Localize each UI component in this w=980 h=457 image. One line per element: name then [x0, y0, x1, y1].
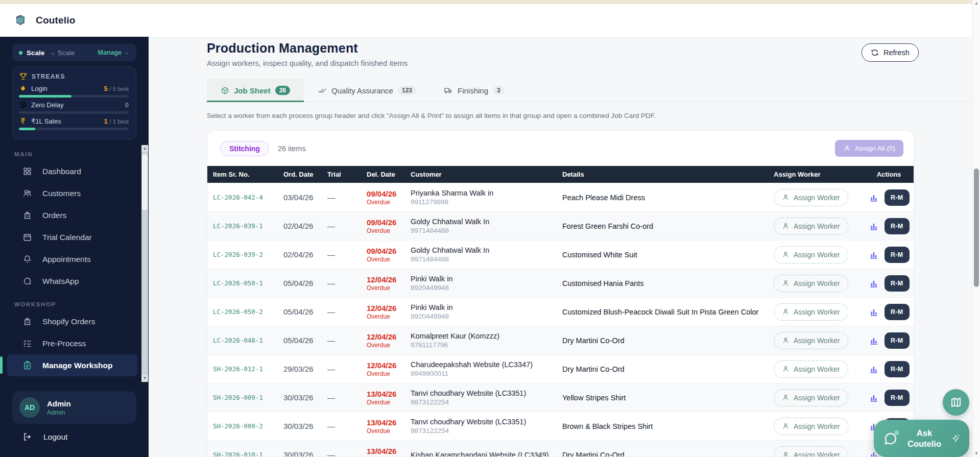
trial-value: —: [322, 393, 361, 402]
nav-section-label: WORKSHOP: [14, 301, 141, 307]
tab-job-sheet[interactable]: Job Sheet 26: [207, 79, 304, 102]
bar-chart-icon[interactable]: [869, 335, 879, 346]
customer-cell: Pinki Walk in 8920449948: [405, 275, 557, 292]
assign-worker-button[interactable]: Assign Worker: [774, 218, 848, 235]
grid-icon: [22, 166, 32, 176]
assign-worker-button[interactable]: Assign Worker: [774, 360, 848, 378]
trial-value: —: [322, 250, 361, 259]
assign-worker-button[interactable]: Assign Worker: [774, 389, 848, 406]
actions-cell: R-M: [863, 189, 914, 206]
sidebar-item-label: WhatsApp: [42, 277, 79, 286]
table-row: LC-2026-050-1 05/04/26 — 12/04/26 Overdu…: [207, 269, 914, 297]
sidebar-item-orders[interactable]: Orders: [0, 204, 141, 226]
page-scroll-down-icon[interactable]: ▼: [973, 451, 980, 456]
bar-chart-icon[interactable]: [869, 393, 879, 403]
order-date: 05/04/26: [278, 307, 322, 316]
rm-button[interactable]: R-M: [885, 247, 910, 263]
sidebar-item-trial-calendar[interactable]: Trial Calendar: [0, 226, 141, 248]
page-scrollbar[interactable]: ▲ ▼: [972, 0, 980, 457]
user-name: Admin: [47, 399, 71, 408]
bell-icon: [22, 254, 32, 264]
sidebar-scrollbar[interactable]: ▲ ▼: [141, 145, 148, 382]
sidebar-item-customers[interactable]: Customers: [0, 182, 141, 204]
scroll-up-arrow-icon[interactable]: ▲: [141, 145, 148, 152]
rm-button[interactable]: R-M: [885, 189, 910, 206]
table-row: LC-2026-039-1 02/04/26 — 09/04/26 Overdu…: [207, 211, 914, 240]
bar-chart-icon[interactable]: [869, 221, 879, 231]
order-date: 02/04/26: [278, 250, 322, 259]
bar-chart-icon[interactable]: [869, 278, 879, 288]
overdue-badge: Overdue: [367, 256, 405, 263]
customer-name: Komalpreet Kaur (Komzzz): [411, 332, 557, 340]
table-body: LC-2026-042-4 03/04/26 — 09/04/26 Overdu…: [207, 183, 914, 457]
plan-manage-link[interactable]: Manage →: [98, 49, 130, 56]
streaks-card: STREAKS Login 5 / 5 best Zero Delay 0 ₹1…: [12, 66, 136, 139]
sidebar-item-pre-process[interactable]: Pre-Process: [0, 332, 141, 354]
customer-name: Pinki Walk in: [411, 275, 557, 283]
scroll-down-arrow-icon[interactable]: ▼: [141, 375, 148, 382]
rm-button[interactable]: R-M: [885, 218, 910, 234]
page-scroll-up-icon[interactable]: ▲: [973, 1, 980, 6]
rm-button[interactable]: R-M: [885, 275, 910, 292]
user-role: Admin: [47, 409, 71, 416]
column-header: Assign Worker: [768, 171, 863, 178]
customer-cell: Goldy Chhatwal Walk In 9971484488: [405, 246, 557, 263]
item-details: Brown & Black Stripes Shirt: [557, 422, 768, 430]
rm-button[interactable]: R-M: [885, 332, 910, 349]
delivery-date: 12/04/26 Overdue: [361, 275, 405, 292]
assign-worker-button[interactable]: Assign Worker: [774, 418, 848, 435]
tab-quality-assurance[interactable]: Quality Assurance 123: [304, 79, 430, 102]
bar-chart-icon[interactable]: [869, 250, 879, 260]
streak-progress-bar: [19, 111, 129, 114]
sidebar-item-shopify-orders[interactable]: Shopify Orders: [0, 310, 141, 332]
assign-worker-button[interactable]: Assign Worker: [774, 189, 848, 206]
sidebar-scrollbar-thumb[interactable]: [142, 154, 148, 210]
table-header: Item Sr. No.Ord. DateTrialDel. DateCusto…: [207, 166, 914, 183]
ask-coutelio-button[interactable]: AskCoutelio: [874, 420, 969, 457]
streak-label: ₹1L Sales: [31, 117, 61, 125]
tab-label: Quality Assurance: [331, 86, 393, 95]
map-fab-button[interactable]: [943, 389, 969, 416]
refresh-button[interactable]: Refresh: [862, 43, 919, 62]
person-icon: [782, 451, 790, 457]
bar-chart-icon[interactable]: [869, 193, 879, 203]
assign-worker-button[interactable]: Assign Worker: [774, 332, 848, 349]
streak-item: ₹1L Sales 1 / 1 best: [19, 117, 129, 130]
assign-worker-button[interactable]: Assign Worker: [774, 275, 848, 292]
actions-cell: R-M: [863, 390, 914, 406]
assign-worker-button[interactable]: Assign Worker: [774, 446, 848, 457]
customer-cell: Pinki Walk in 8920449948: [405, 303, 557, 320]
assign-all-button[interactable]: Assign All (0): [835, 140, 903, 157]
rm-button[interactable]: R-M: [885, 361, 910, 377]
trial-value: —: [322, 365, 361, 373]
tab-finishing[interactable]: Finishing 3: [430, 79, 518, 102]
customer-cell: Charudeepakshah Website (LC3347) 9949900…: [405, 360, 557, 377]
process-group-card: Stitching 26 items Assign All (0) Item S…: [207, 130, 914, 457]
table-row: SH-2026-010-1 30/03/26 — 13/04/26 Overdu…: [207, 440, 914, 457]
user-card[interactable]: AD Admin Admin: [12, 391, 136, 424]
customer-name: Goldy Chhatwal Walk In: [411, 246, 557, 254]
page-scrollbar-thumb[interactable]: [974, 169, 979, 287]
item-sr-no: LC-2026-048-1: [207, 336, 278, 344]
bag-icon: [22, 210, 32, 220]
rm-button[interactable]: R-M: [885, 304, 910, 320]
order-date: 30/03/26: [278, 450, 322, 457]
assign-worker-button[interactable]: Assign Worker: [774, 246, 848, 263]
logout-button[interactable]: Logout: [22, 432, 67, 442]
sidebar-item-whatsapp[interactable]: WhatsApp: [0, 270, 141, 292]
process-badge: Stitching: [220, 141, 269, 156]
sidebar-item-dashboard[interactable]: Dashboard: [0, 160, 141, 182]
item-details: Peach Please Midi Dress: [557, 194, 768, 202]
table-row: SH-2026-009-1 30/03/26 — 13/04/26 Overdu…: [207, 383, 914, 412]
bar-chart-icon[interactable]: [869, 307, 879, 317]
sidebar-item-appointments[interactable]: Appointments: [0, 248, 141, 270]
main-top-band: [149, 4, 972, 38]
rm-button[interactable]: R-M: [885, 390, 910, 406]
person-icon: [782, 279, 790, 287]
assign-worker-button[interactable]: Assign Worker: [774, 303, 848, 321]
brand-header[interactable]: Coutelio: [0, 4, 149, 37]
customer-phone: 9971484488: [411, 227, 557, 234]
sidebar-item-manage-workshop[interactable]: Manage Workshop: [7, 354, 137, 376]
bar-chart-icon[interactable]: [869, 364, 879, 374]
customer-phone: 9781117796: [411, 341, 557, 349]
